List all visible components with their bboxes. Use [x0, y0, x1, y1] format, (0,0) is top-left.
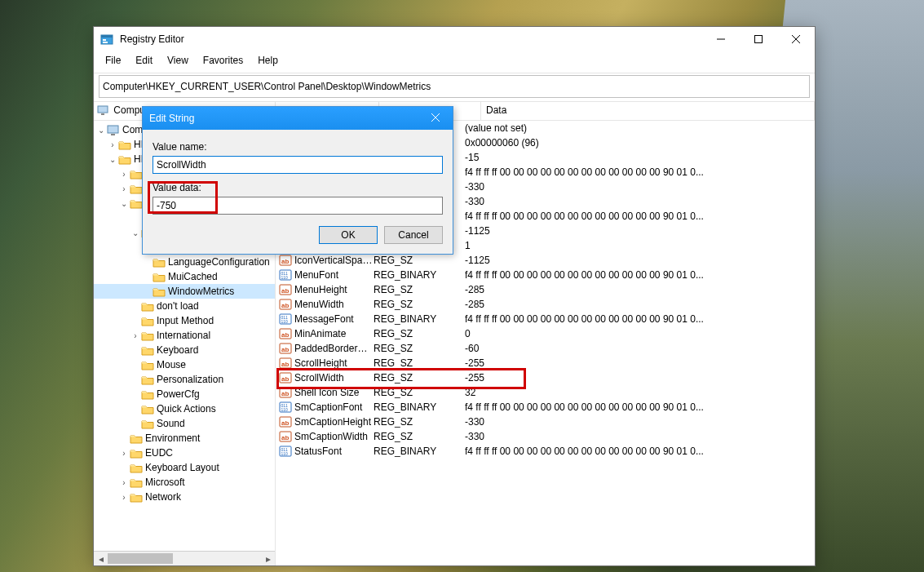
- cell-data: -60: [465, 343, 815, 354]
- cell-type: REG_BINARY: [374, 269, 465, 281]
- menubar: File Edit View Favorites Help: [94, 51, 815, 73]
- svg-text:110: 110: [281, 319, 289, 324]
- cell-name: MenuFont: [294, 269, 374, 281]
- menu-edit[interactable]: Edit: [129, 53, 159, 69]
- tree-item[interactable]: don't load: [94, 299, 275, 313]
- cell-data: -285: [465, 284, 815, 295]
- minimize-button[interactable]: [702, 27, 740, 51]
- svg-text:110: 110: [281, 407, 289, 412]
- list-row[interactable]: abIconVerticalSpac...REG_SZ-1125: [276, 253, 815, 268]
- cell-type: REG_BINARY: [374, 401, 465, 413]
- list-row[interactable]: abSmCaptionHeightREG_SZ-330: [276, 415, 815, 429]
- value-data-input[interactable]: [153, 197, 443, 215]
- scroll-right-icon[interactable]: ▸: [261, 552, 275, 565]
- cell-data: -255: [465, 372, 815, 384]
- cell-type: REG_BINARY: [374, 446, 465, 457]
- dialog-close-button[interactable]: [425, 113, 446, 124]
- tree-item[interactable]: LanguageConfiguration: [94, 255, 275, 269]
- cell-type: REG_SZ: [374, 299, 465, 310]
- tree-item[interactable]: Sound: [94, 416, 275, 431]
- expand-toggle[interactable]: ⌄: [107, 155, 118, 164]
- cell-data: f4 ff ff ff 00 00 00 00 00 00 00 00 00 0…: [465, 401, 815, 413]
- tree-item[interactable]: ›Network: [94, 490, 275, 504]
- list-row[interactable]: 011110MessageFontREG_BINARYf4 ff ff ff 0…: [276, 312, 815, 326]
- expand-toggle[interactable]: ›: [118, 184, 130, 193]
- folder-icon: [130, 168, 143, 180]
- list-row[interactable]: 011110MenuFontREG_BINARYf4 ff ff ff 00 0…: [276, 268, 815, 282]
- list-row[interactable]: abMenuHeightREG_SZ-285: [276, 282, 815, 297]
- tree-item[interactable]: ›EUDC: [94, 446, 275, 460]
- tree-item-label: WindowMetrics: [168, 286, 234, 297]
- reg-binary-icon: 011110: [279, 313, 292, 326]
- cell-data: (value not set): [465, 122, 815, 134]
- expand-toggle[interactable]: ⌄: [130, 228, 141, 237]
- svg-text:ab: ab: [281, 361, 289, 368]
- tree-item[interactable]: PowerCfg: [94, 387, 275, 401]
- reg-string-icon: ab: [279, 254, 292, 267]
- list-row[interactable]: abMenuWidthREG_SZ-285: [276, 297, 815, 312]
- value-name-input[interactable]: [153, 156, 443, 174]
- column-data[interactable]: Data: [481, 102, 815, 120]
- tree-item[interactable]: Keyboard: [94, 343, 275, 357]
- regedit-icon: [100, 33, 113, 46]
- list-row[interactable]: abMinAnimateREG_SZ0: [276, 326, 815, 341]
- svg-rect-11: [111, 134, 115, 135]
- titlebar[interactable]: Registry Editor: [94, 27, 815, 51]
- expand-toggle[interactable]: ›: [118, 493, 130, 502]
- menu-help[interactable]: Help: [251, 53, 285, 69]
- expand-toggle[interactable]: ›: [118, 478, 130, 487]
- expand-toggle[interactable]: ›: [130, 331, 141, 340]
- cell-name: ScrollWidth: [294, 372, 374, 384]
- tree-item-label: Microsoft: [145, 477, 185, 488]
- expand-toggle[interactable]: ›: [107, 140, 118, 149]
- tree-item[interactable]: ›International: [94, 328, 275, 343]
- reg-binary-icon: 011110: [279, 268, 292, 282]
- scroll-left-icon[interactable]: ◂: [94, 552, 108, 565]
- list-row[interactable]: abPaddedBorderW...REG_SZ-60: [276, 341, 815, 356]
- maximize-button[interactable]: [740, 27, 777, 51]
- list-row[interactable]: abSmCaptionWidthREG_SZ-330: [276, 429, 815, 444]
- menu-file[interactable]: File: [99, 53, 127, 69]
- expand-toggle[interactable]: ›: [118, 170, 130, 179]
- ok-button[interactable]: OK: [319, 226, 378, 244]
- folder-icon: [153, 256, 166, 268]
- expand-toggle[interactable]: ⌄: [95, 126, 107, 135]
- menu-favorites[interactable]: Favorites: [197, 53, 250, 69]
- cell-type: REG_SZ: [374, 416, 465, 428]
- menu-view[interactable]: View: [161, 53, 195, 69]
- tree-item[interactable]: Environment: [94, 431, 275, 446]
- tree-item[interactable]: MuiCached: [94, 269, 275, 284]
- cell-data: -330: [465, 416, 815, 428]
- svg-text:ab: ab: [281, 331, 289, 339]
- address-bar[interactable]: Computer\HKEY_CURRENT_USER\Control Panel…: [99, 75, 810, 98]
- tree-item-label: Personalization: [157, 374, 223, 385]
- folder-icon: [118, 139, 131, 150]
- list-row[interactable]: abScrollWidthREG_SZ-255: [276, 370, 815, 385]
- tree-item[interactable]: WindowMetrics: [94, 284, 275, 299]
- list-row[interactable]: 011110StatusFontREG_BINARYf4 ff ff ff 00…: [276, 444, 815, 459]
- folder-icon: [141, 359, 154, 370]
- tree-item[interactable]: ›Microsoft: [94, 475, 275, 490]
- close-button[interactable]: [777, 27, 815, 51]
- tree-horizontal-scrollbar[interactable]: ◂ ▸: [94, 551, 275, 565]
- cancel-button[interactable]: Cancel: [384, 226, 443, 244]
- folder-icon: [153, 286, 166, 297]
- list-row[interactable]: abScrollHeightREG_SZ-255: [276, 356, 815, 370]
- tree-item[interactable]: Quick Actions: [94, 401, 275, 416]
- cell-type: REG_SZ: [374, 431, 465, 442]
- list-row[interactable]: abShell Icon SizeREG_SZ32: [276, 385, 815, 400]
- svg-rect-2: [103, 39, 106, 41]
- reg-string-icon: ab: [279, 415, 292, 428]
- dialog-titlebar[interactable]: Edit String: [143, 107, 453, 130]
- scroll-thumb[interactable]: [108, 553, 173, 564]
- cell-data: f4 ff ff ff 00 00 00 00 00 00 00 00 00 0…: [465, 313, 815, 325]
- reg-string-icon: ab: [279, 327, 292, 340]
- cell-data: -255: [465, 357, 815, 369]
- tree-item[interactable]: Keyboard Layout: [94, 460, 275, 475]
- tree-item[interactable]: Input Method: [94, 313, 275, 328]
- tree-item[interactable]: Personalization: [94, 372, 275, 387]
- expand-toggle[interactable]: ›: [118, 449, 130, 458]
- list-row[interactable]: 011110SmCaptionFontREG_BINARYf4 ff ff ff…: [276, 400, 815, 415]
- tree-item[interactable]: Mouse: [94, 357, 275, 372]
- expand-toggle[interactable]: ⌄: [118, 199, 130, 208]
